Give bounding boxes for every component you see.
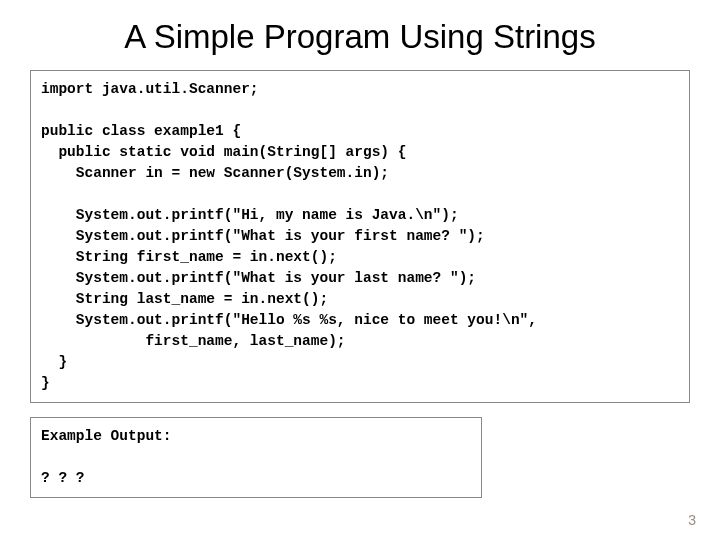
output-value: ? ? ? bbox=[41, 470, 85, 486]
slide: A Simple Program Using Strings import ja… bbox=[0, 0, 720, 540]
code-block: import java.util.Scanner; public class e… bbox=[30, 70, 690, 403]
page-number: 3 bbox=[688, 512, 696, 528]
output-block: Example Output: ? ? ? bbox=[30, 417, 482, 498]
output-label: Example Output: bbox=[41, 428, 172, 444]
slide-title: A Simple Program Using Strings bbox=[30, 18, 690, 56]
